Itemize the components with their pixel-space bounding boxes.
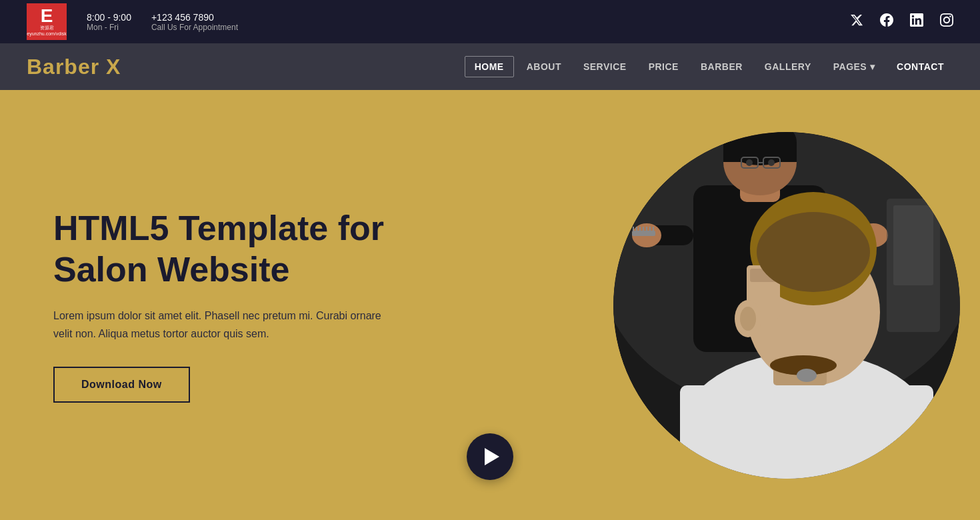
twitter-icon[interactable] (850, 13, 863, 30)
nav-item-gallery[interactable]: GALLERY (755, 61, 821, 73)
nav-item-pages[interactable]: PAGES ▾ (824, 61, 884, 73)
play-icon (485, 448, 499, 465)
nav-item-home[interactable]: HOME (465, 61, 514, 73)
logo-letter: E (41, 7, 53, 25)
hours-info: 8:00 - 9:00 Mon - Fri (87, 12, 131, 32)
nav-link-barber[interactable]: BARBER (691, 56, 752, 77)
brand-accent: X (106, 55, 121, 79)
svg-point-12 (746, 159, 753, 166)
linkedin-icon[interactable] (910, 13, 923, 30)
svg-rect-27 (680, 385, 933, 479)
social-links (850, 13, 953, 30)
nav-link-pages[interactable]: PAGES ▾ (824, 56, 884, 77)
svg-rect-40 (893, 205, 933, 285)
hero-content: HTML5 Template for Salon Website Lorem i… (0, 207, 453, 403)
svg-point-13 (768, 159, 775, 166)
hero-section: HTML5 Template for Salon Website Lorem i… (0, 90, 980, 520)
navbar: Barber X HOME ABOUT SERVICE PRICE BARBER… (0, 43, 980, 90)
phone-number: +123 456 7890 (151, 12, 238, 23)
svg-point-38 (797, 369, 817, 382)
phone-label: Call Us For Appointment (151, 23, 238, 32)
logo-subtext: 资源君 (40, 25, 54, 31)
facebook-icon[interactable] (880, 13, 893, 30)
hero-description: Lorem ipsum dolor sit amet elit. Phasell… (53, 307, 400, 343)
brand-logo: Barber X (27, 55, 121, 79)
top-bar: E 资源君 eyunzhu.com/vdisk 8:00 - 9:00 Mon … (0, 0, 980, 43)
hero-title: HTML5 Template for Salon Website (53, 207, 400, 291)
nav-link-price[interactable]: PRICE (639, 56, 688, 77)
hero-image (613, 132, 960, 479)
phone-info: +123 456 7890 Call Us For Appointment (151, 12, 238, 32)
svg-point-33 (757, 212, 870, 292)
nav-item-about[interactable]: ABOUT (517, 61, 571, 73)
svg-point-35 (740, 307, 756, 331)
logo-url: eyunzhu.com/vdisk (27, 31, 67, 37)
top-bar-left: E 资源君 eyunzhu.com/vdisk 8:00 - 9:00 Mon … (27, 3, 238, 40)
download-button[interactable]: Download Now (53, 367, 190, 403)
svg-rect-8 (723, 142, 797, 162)
nav-link-home[interactable]: HOME (465, 56, 514, 77)
nav-item-barber[interactable]: BARBER (691, 61, 752, 73)
logo: E 资源君 eyunzhu.com/vdisk (27, 3, 67, 40)
nav-link-service[interactable]: SERVICE (574, 56, 636, 77)
hours-label: Mon - Fri (87, 23, 131, 32)
nav-menu: HOME ABOUT SERVICE PRICE BARBER GALLERY … (465, 61, 953, 73)
nav-link-about[interactable]: ABOUT (517, 56, 571, 77)
nav-item-service[interactable]: SERVICE (574, 61, 636, 73)
nav-item-contact[interactable]: CONTACT (887, 61, 953, 73)
nav-link-contact[interactable]: CONTACT (887, 56, 953, 77)
hours-value: 8:00 - 9:00 (87, 12, 131, 23)
play-button[interactable] (467, 433, 513, 480)
brand-main: Barber (27, 55, 106, 79)
nav-item-price[interactable]: PRICE (639, 61, 688, 73)
svg-rect-18 (632, 231, 655, 236)
nav-link-gallery[interactable]: GALLERY (755, 56, 821, 77)
instagram-icon[interactable] (940, 13, 953, 30)
